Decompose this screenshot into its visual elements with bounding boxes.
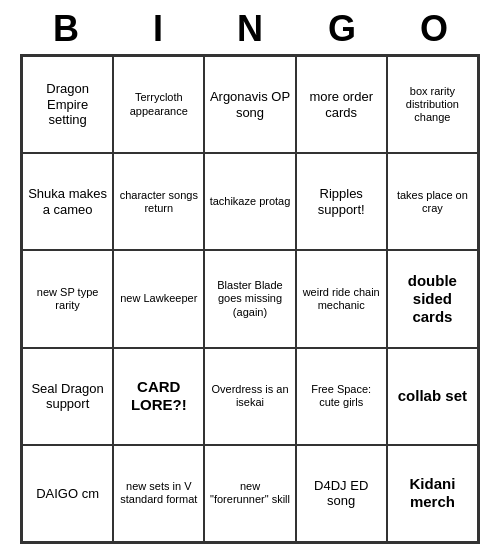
cell-r0c1: Terrycloth appearance <box>113 56 204 153</box>
cell-r4c3: D4DJ ED song <box>296 445 387 542</box>
cell-r2c1: new Lawkeeper <box>113 250 204 347</box>
cell-r1c0: Shuka makes a cameo <box>22 153 113 250</box>
cell-r1c2: tachikaze protag <box>204 153 295 250</box>
cell-r2c0: new SP type rarity <box>22 250 113 347</box>
cell-r1c3: Ripples support! <box>296 153 387 250</box>
title-i: I <box>114 8 202 50</box>
cell-r3c3: Free Space: cute girls <box>296 348 387 445</box>
bingo-title: B I N G O <box>20 0 480 54</box>
cell-r1c4: takes place on cray <box>387 153 478 250</box>
cell-r0c3: more order cards <box>296 56 387 153</box>
cell-r2c2: Blaster Blade goes missing (again) <box>204 250 295 347</box>
cell-r0c4: box rarity distribution change <box>387 56 478 153</box>
cell-r0c2: Argonavis OP song <box>204 56 295 153</box>
cell-r4c1: new sets in V standard format <box>113 445 204 542</box>
cell-r3c0: Seal Dragon support <box>22 348 113 445</box>
cell-r2c3: weird ride chain mechanic <box>296 250 387 347</box>
cell-r2c4: double sided cards <box>387 250 478 347</box>
bingo-grid: Dragon Empire settingTerrycloth appearan… <box>20 54 480 544</box>
title-b: B <box>22 8 110 50</box>
cell-r3c1: CARD LORE?! <box>113 348 204 445</box>
cell-r0c0: Dragon Empire setting <box>22 56 113 153</box>
cell-r4c2: new "forerunner" skill <box>204 445 295 542</box>
cell-r3c4: collab set <box>387 348 478 445</box>
title-g: G <box>298 8 386 50</box>
title-n: N <box>206 8 294 50</box>
cell-r4c0: DAIGO cm <box>22 445 113 542</box>
cell-r1c1: character songs return <box>113 153 204 250</box>
cell-r4c4: Kidani merch <box>387 445 478 542</box>
cell-r3c2: Overdress is an isekai <box>204 348 295 445</box>
title-o: O <box>390 8 478 50</box>
